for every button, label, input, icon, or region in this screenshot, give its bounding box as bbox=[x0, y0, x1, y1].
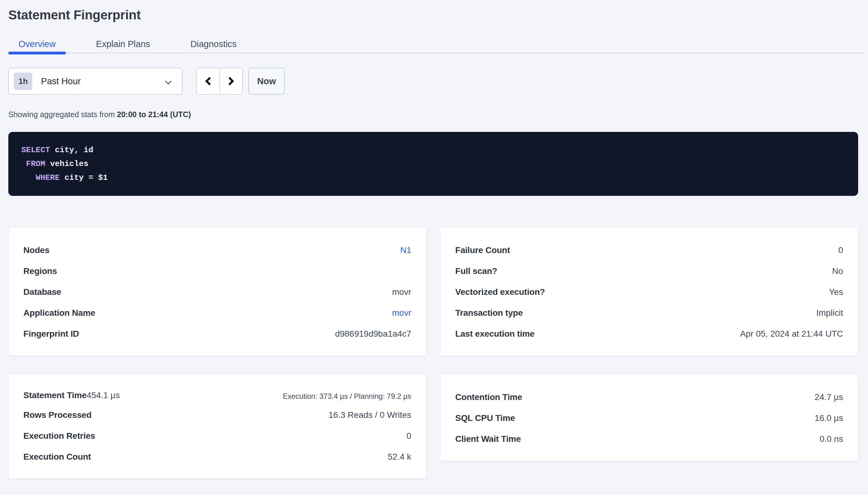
summary-row-rows-processed: Rows Processed 16.3 Reads / 0 Writes bbox=[23, 405, 411, 426]
row-value: 52.4 k bbox=[388, 452, 411, 462]
chevron-right-icon bbox=[226, 77, 234, 85]
summary-row-sql-cpu-time: SQL CPU Time 16.0 µs bbox=[455, 408, 843, 429]
summary-row-vectorized-execution: Vectorized execution? Yes bbox=[455, 281, 843, 303]
row-label: Statement Time bbox=[23, 391, 86, 400]
row-label: Client Wait Time bbox=[455, 434, 521, 444]
summary-row-failure-count: Failure Count 0 bbox=[455, 240, 843, 261]
row-value: 0 bbox=[838, 245, 843, 255]
row-label: Full scan? bbox=[455, 266, 497, 276]
time-range-badge: 1h bbox=[14, 72, 32, 90]
summary-row-full-scan: Full scan? No bbox=[455, 261, 843, 281]
sql-keyword: WHERE bbox=[36, 173, 60, 182]
row-label: Regions bbox=[23, 266, 57, 276]
row-label: Rows Processed bbox=[23, 410, 92, 420]
sql-indent bbox=[21, 159, 26, 169]
row-label: Vectorized execution? bbox=[455, 287, 545, 297]
sql-statement-box: SELECT city, id FROM vehicles WHERE city… bbox=[8, 132, 858, 196]
left-card-column: Nodes N1 Regions Database movr Applicati… bbox=[8, 227, 426, 479]
summary-row-transaction-type: Transaction type Implicit bbox=[455, 303, 843, 323]
chevron-left-icon bbox=[205, 77, 214, 85]
summary-row-fingerprint-id: Fingerprint ID d986919d9ba1a4c7 bbox=[23, 323, 411, 344]
summary-row-client-wait-time: Client Wait Time 0.0 ns bbox=[455, 429, 843, 449]
execution-attributes-card: Failure Count 0 Full scan? No Vectorized… bbox=[440, 227, 858, 356]
sql-keyword: SELECT bbox=[21, 146, 50, 155]
stats-line-prefix: Showing aggregated stats from bbox=[8, 110, 115, 119]
tab-overview-label: Overview bbox=[18, 39, 56, 49]
row-value: 0 bbox=[406, 431, 411, 441]
tab-diagnostics-label: Diagnostics bbox=[191, 39, 237, 49]
row-label: Database bbox=[23, 287, 61, 297]
now-button-label: Now bbox=[257, 76, 276, 86]
row-label: Failure Count bbox=[455, 245, 510, 255]
row-value: No bbox=[832, 266, 843, 276]
row-label: Application Name bbox=[23, 308, 95, 318]
row-value: 16.0 µs bbox=[815, 413, 843, 423]
summary-row-execution-count: Execution Count 52.4 k bbox=[23, 446, 411, 467]
right-card-column: Failure Count 0 Full scan? No Vectorized… bbox=[440, 227, 858, 461]
row-label: Contention Time bbox=[455, 392, 522, 402]
time-picker-row: 1h Past Hour Now bbox=[8, 68, 858, 95]
summary-row-application-name: Application Name movr bbox=[23, 303, 411, 323]
time-range-label: Past Hour bbox=[41, 76, 167, 86]
tab-bar: Overview Explain Plans Diagnostics bbox=[8, 36, 866, 53]
row-value: movr bbox=[392, 287, 411, 297]
summary-row-contention-time: Contention Time 24.7 µs bbox=[455, 387, 843, 408]
page-title: Statement Fingerprint bbox=[8, 8, 858, 22]
statement-timing-card: Statement Time 454.1 µs Execution: 373.4… bbox=[8, 374, 426, 479]
summary-row-statement-time: Statement Time 454.1 µs Execution: 373.4… bbox=[23, 387, 411, 405]
summary-row-execution-retries: Execution Retries 0 bbox=[23, 426, 411, 446]
sql-text: city = $1 bbox=[60, 173, 108, 182]
tab-overview[interactable]: Overview bbox=[8, 36, 66, 53]
time-step-buttons bbox=[196, 68, 243, 95]
aggregated-stats-line: Showing aggregated stats from20:00 to 21… bbox=[8, 110, 858, 119]
summary-cards: Nodes N1 Regions Database movr Applicati… bbox=[8, 227, 858, 479]
sql-text: vehicles bbox=[45, 159, 88, 169]
sql-line: FROM vehicles bbox=[21, 157, 846, 171]
row-value: 16.3 Reads / 0 Writes bbox=[328, 410, 411, 420]
tab-explain-plans[interactable]: Explain Plans bbox=[86, 36, 160, 53]
now-button[interactable]: Now bbox=[248, 68, 285, 95]
row-label: Execution Retries bbox=[23, 431, 95, 441]
summary-row-nodes: Nodes N1 bbox=[23, 240, 411, 261]
row-label: Fingerprint ID bbox=[23, 329, 79, 339]
row-value: d986919d9ba1a4c7 bbox=[335, 329, 411, 339]
statement-details-card: Nodes N1 Regions Database movr Applicati… bbox=[8, 227, 426, 356]
row-value: 0.0 ns bbox=[820, 434, 843, 444]
summary-row-database: Database movr bbox=[23, 281, 411, 303]
row-label: Transaction type bbox=[455, 308, 523, 318]
tab-explain-plans-label: Explain Plans bbox=[96, 39, 150, 49]
sql-keyword: FROM bbox=[26, 159, 45, 169]
summary-row-regions: Regions bbox=[23, 261, 411, 281]
time-range-select[interactable]: 1h Past Hour bbox=[8, 68, 182, 95]
row-value: Yes bbox=[829, 287, 843, 297]
statement-time-breakdown: Execution: 373.4 µs / Planning: 79.2 µs bbox=[283, 392, 411, 400]
row-label: SQL CPU Time bbox=[455, 413, 515, 423]
application-name-link[interactable]: movr bbox=[392, 308, 411, 318]
wait-time-card: Contention Time 24.7 µs SQL CPU Time 16.… bbox=[440, 374, 858, 461]
next-range-button[interactable] bbox=[219, 68, 242, 94]
row-label: Execution Count bbox=[23, 452, 91, 462]
row-value: 454.1 µs bbox=[86, 391, 120, 400]
row-label: Last execution time bbox=[455, 329, 535, 339]
previous-range-button[interactable] bbox=[197, 68, 219, 94]
sql-line: WHERE city = $1 bbox=[21, 171, 846, 185]
row-value: Implicit bbox=[816, 308, 843, 318]
sql-text: city, id bbox=[50, 146, 93, 155]
summary-row-last-execution-time: Last execution time Apr 05, 2024 at 21:4… bbox=[455, 323, 843, 344]
stats-line-range: 20:00 to 21:44 (UTC) bbox=[117, 110, 191, 119]
statement-time-main: Statement Time 454.1 µs bbox=[23, 389, 120, 402]
row-value: Apr 05, 2024 at 21:44 UTC bbox=[740, 329, 843, 339]
tab-diagnostics[interactable]: Diagnostics bbox=[180, 36, 247, 53]
row-value: 24.7 µs bbox=[815, 392, 843, 402]
sql-indent bbox=[21, 173, 36, 182]
nodes-link[interactable]: N1 bbox=[400, 245, 411, 255]
sql-line: SELECT city, id bbox=[21, 143, 846, 157]
statement-fingerprint-page: Statement Fingerprint Overview Explain P… bbox=[0, 8, 868, 479]
row-label: Nodes bbox=[23, 245, 50, 255]
